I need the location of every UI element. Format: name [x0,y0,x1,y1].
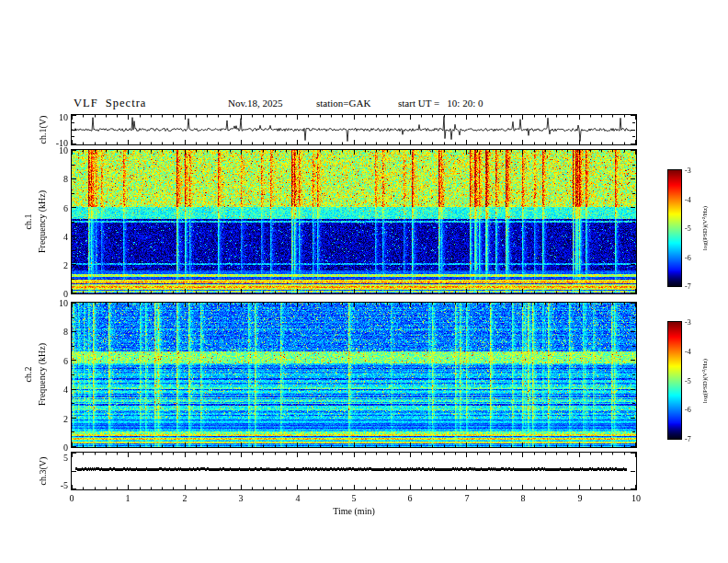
colorbar1-tick: -7 [685,282,691,291]
spec2-ytick: 0 [63,442,68,453]
spec2-channel-label: ch.2 [23,367,33,383]
spec1-channel-label: ch.1 [23,214,33,230]
colorbar1-tick: -3 [685,167,691,175]
x-tick: 5 [352,493,357,503]
ch1-spectrogram-canvas [72,150,636,293]
spec1-ytick: 2 [63,260,68,270]
wave-ytick-max: 10 [59,112,68,122]
colorbar-1 [668,170,681,286]
figure-date: Nov.18, 2025 [228,98,282,109]
ch1-waveform-canvas [72,115,636,144]
colorbar1-tick: -5 [685,224,691,233]
colorbar2-tick: -7 [685,435,691,443]
x-tick: 2 [183,493,188,503]
ch3-ytick-max: 5 [63,453,68,463]
colorbar2-tick: -5 [685,377,691,385]
x-tick: 10 [631,493,641,503]
x-tick: 4 [296,493,301,503]
spec1-ytick: 8 [63,174,68,184]
ch1-waveform-axis-label: ch.1(V) [38,116,48,144]
colorbar-1-canvas [668,170,681,286]
spec1-ytick: 4 [63,232,68,242]
ch3-ytick-min: -5 [61,480,68,490]
ch2-spectrogram-panel [72,303,636,447]
spec1-ytick: 6 [63,203,68,213]
x-axis-label: Time (min) [333,506,374,516]
spec2-ytick: 10 [59,298,68,308]
spec2-ytick: 8 [63,327,68,337]
vlf-spectra-figure: VLF Spectra Nov.18, 2025 station=GAK sta… [0,0,728,563]
colorbar2-tick: -6 [685,406,691,414]
colorbar2-tick: -4 [685,348,691,356]
colorbar1-tick: -4 [685,196,691,204]
spec1-frequency-axis-label: Frequency (kHz) [37,190,47,253]
x-tick: 6 [408,493,413,503]
spec1-ytick: 10 [59,145,68,155]
colorbar-2-canvas [668,322,681,439]
figure-station: station=GAK [316,98,370,109]
spec2-ytick: 4 [63,385,68,395]
spec2-ytick: 6 [63,356,68,366]
figure-title: VLF Spectra [74,97,146,110]
spec2-ytick: 2 [63,414,68,424]
figure-start-ut: start UT = 10: 20: 0 [398,98,483,109]
colorbar2-label: log(PSD)(V²/Hz) [701,359,709,403]
x-tick: 9 [578,493,583,503]
ch3-axis-label: ch.3(V) [38,457,48,486]
x-tick: 7 [465,493,470,503]
x-tick: 1 [126,493,131,503]
ch1-waveform-panel [72,115,636,144]
colorbar2-tick: -3 [685,318,691,327]
colorbar-2 [668,322,681,439]
x-tick: 8 [521,493,526,503]
ch2-spectrogram-canvas [72,303,636,447]
ch3-panel [72,453,636,489]
ch3-canvas [72,453,636,489]
ch1-spectrogram-panel [72,150,636,293]
x-tick: 0 [70,493,74,503]
x-tick: 3 [239,493,244,503]
colorbar1-label: log(PSD)(V²/Hz) [701,206,709,250]
spec2-frequency-axis-label: Frequency (kHz) [37,343,47,406]
colorbar1-tick: -6 [685,254,691,262]
